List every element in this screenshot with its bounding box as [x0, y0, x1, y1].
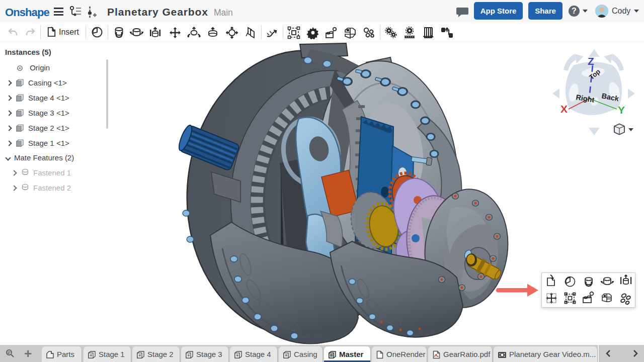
svg-text:X: X [560, 103, 568, 115]
svg-text:Z: Z [588, 55, 594, 67]
svg-text:Y: Y [618, 104, 625, 116]
